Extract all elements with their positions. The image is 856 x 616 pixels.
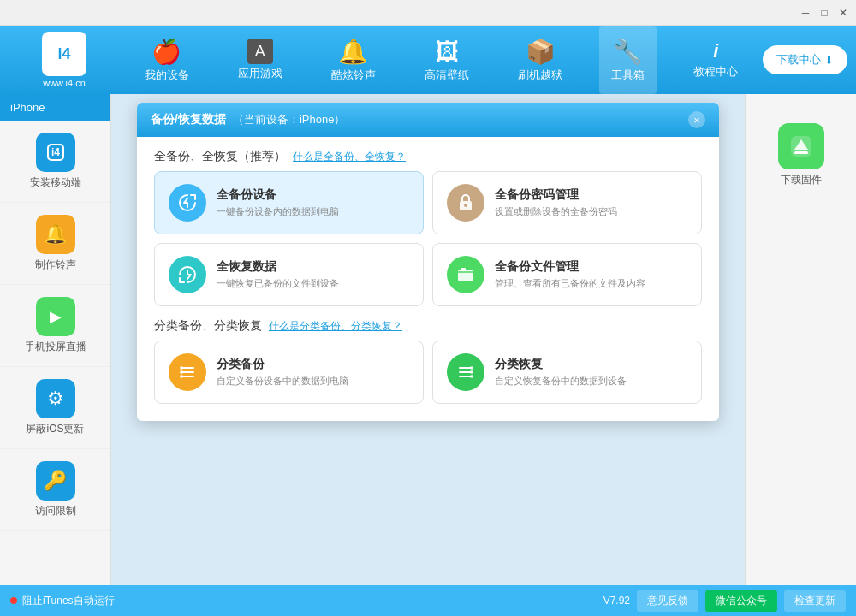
version-label: V7.92 [603,595,630,607]
app-game-icon: A [247,38,273,64]
toolbox-icon: 🔧 [613,38,643,66]
section1-title-text: 全备份、全恢复（推荐） [154,149,286,164]
nav-tutorial-label: 教程中心 [693,64,738,80]
content-area: 备份/恢复数据 （当前设备：iPhone） × 全备份、全恢复（推荐） 什么是全… [111,94,745,585]
backup-restore-dialog: 备份/恢复数据 （当前设备：iPhone） × 全备份、全恢复（推荐） 什么是全… [137,103,719,421]
nav-my-device[interactable]: 🍎 我的设备 [133,26,201,94]
download-center-button[interactable]: 下载中心 ⬇ [763,45,847,74]
category-backup-card[interactable]: 分类备份 自定义备份设备中的数据到电脑 [154,341,424,404]
full-backup-grid: 全备份设备 一键备份设备内的数据到电脑 全备份密码管理 [137,171,719,306]
nav-jailbreak[interactable]: 📦 刷机越狱 [506,26,574,94]
nav-wallpaper[interactable]: 🖼 高清壁纸 [413,26,481,94]
svg-point-11 [180,375,183,378]
block-ios-icon: ⚙ [36,379,75,418]
nav-toolbox-label: 工具箱 [611,68,645,83]
maximize-button[interactable]: □ [815,3,834,22]
nav-my-device-label: 我的设备 [145,68,189,83]
category-backup-text: 分类备份 自定义备份设备中的数据到电脑 [217,357,348,388]
category-restore-desc: 自定义恢复备份中的数据到设备 [495,375,627,388]
full-backup-file-text: 全备份文件管理 管理、查看所有已备份的文件及内容 [495,259,645,290]
dialog-header: 备份/恢复数据 （当前设备：iPhone） × [137,103,719,137]
svg-rect-5 [461,268,466,271]
download-firmware-icon [778,123,824,169]
screen-live-icon: ▶ [36,297,75,336]
device-tab[interactable]: iPhone [0,94,110,121]
right-item-download-firmware[interactable]: 下载固件 [771,111,831,199]
full-backup-icon [169,184,206,222]
full-backup-pwd-text: 全备份密码管理 设置或删除设备的全备份密码 [495,187,617,218]
full-backup-title: 全备份设备 [217,187,339,203]
feedback-button[interactable]: 意见反馈 [637,590,698,612]
my-device-icon: 🍎 [152,38,181,66]
sidebar: iPhone i4 安装移动端 🔔 制作铃声 ▶ 手机投屏直播 ⚙ 屏蔽iOS更… [0,94,111,585]
logo-icon: i4 [42,32,86,76]
download-arrow-icon: ⬇ [824,54,834,67]
main-nav: 🍎 我的设备 A 应用游戏 🔔 酷炫铃声 🖼 高清壁纸 📦 刷机越狱 🔧 工具箱… [120,26,763,94]
category-restore-icon [447,353,484,391]
check-update-button[interactable]: 检查更新 [784,590,846,612]
nav-app-game[interactable]: A 应用游戏 [226,26,294,94]
category-restore-card[interactable]: 分类恢复 自定义恢复备份中的数据到设备 [432,341,702,404]
category-restore-text: 分类恢复 自定义恢复备份中的数据到设备 [495,357,627,388]
sidebar-install-app-label: 安装移动端 [30,175,81,190]
svg-point-15 [470,366,473,370]
wechat-button[interactable]: 微信公众号 [705,590,777,612]
full-restore-icon [169,256,206,293]
minimize-button[interactable]: ─ [796,3,815,22]
svg-rect-4 [458,270,473,281]
sidebar-make-ringtone-label: 制作铃声 [35,258,76,272]
dialog-title: 备份/恢复数据 [151,112,226,127]
dialog-close-button[interactable]: × [688,111,705,128]
right-sidebar: 下载固件 [745,94,856,585]
nav-tutorial[interactable]: i 教程中心 [681,26,750,94]
svg-point-3 [464,204,467,207]
nav-wallpaper-label: 高清壁纸 [425,68,469,83]
sidebar-item-install-app[interactable]: i4 安装移动端 [0,121,110,203]
sidebar-access-limit-label: 访问限制 [35,504,76,518]
section2-link[interactable]: 什么是分类备份、分类恢复？ [269,319,402,334]
sidebar-item-block-ios[interactable]: ⚙ 屏蔽iOS更新 [0,367,110,449]
status-left: 阻止iTunes自动运行 [10,594,603,608]
status-indicator [10,597,17,604]
svg-point-16 [470,370,473,374]
full-backup-pwd-card[interactable]: 全备份密码管理 设置或删除设备的全备份密码 [432,171,702,234]
full-backup-file-card[interactable]: 全备份文件管理 管理、查看所有已备份的文件及内容 [432,243,702,306]
full-backup-card[interactable]: 全备份设备 一键备份设备内的数据到电脑 [154,171,424,234]
svg-text:i4: i4 [51,146,59,158]
full-backup-pwd-title: 全备份密码管理 [495,187,617,203]
window-close-button[interactable]: ✕ [834,3,853,22]
sidebar-screen-live-label: 手机投屏直播 [25,340,86,354]
nav-ringtone[interactable]: 🔔 酷炫铃声 [319,26,388,94]
full-backup-pwd-desc: 设置或删除设备的全备份密码 [495,205,617,218]
sidebar-item-screen-live[interactable]: ▶ 手机投屏直播 [0,285,110,367]
category-backup-desc: 自定义备份设备中的数据到电脑 [217,375,348,388]
nav-toolbox[interactable]: 🔧 工具箱 [599,26,657,94]
download-firmware-label: 下载固件 [781,173,822,187]
svg-rect-20 [794,151,808,154]
section1-link[interactable]: 什么是全备份、全恢复？ [293,150,406,164]
sidebar-block-ios-label: 屏蔽iOS更新 [26,422,84,436]
ringtone-icon: 🔔 [338,38,368,66]
full-backup-file-title: 全备份文件管理 [495,259,645,275]
full-restore-text: 全恢复数据 一键恢复已备份的文件到设备 [217,259,339,290]
jailbreak-icon: 📦 [526,38,556,66]
section1-title: 全备份、全恢复（推荐） 什么是全备份、全恢复？ [137,137,719,171]
nav-ringtone-label: 酷炫铃声 [331,68,376,83]
sidebar-item-access-limit[interactable]: 🔑 访问限制 [0,449,110,531]
wallpaper-icon: 🖼 [435,38,459,66]
section2-title: 分类备份、分类恢复 什么是分类备份、分类恢复？ [137,306,719,341]
full-restore-desc: 一键恢复已备份的文件到设备 [217,277,339,290]
dialog-subtitle: （当前设备：iPhone） [233,112,345,127]
status-right: V7.92 意见反馈 微信公众号 检查更新 [603,590,846,612]
full-backup-text: 全备份设备 一键备份设备内的数据到电脑 [217,187,339,218]
section2-title-text: 分类备份、分类恢复 [154,318,262,334]
full-backup-pwd-icon [447,184,484,222]
full-backup-file-desc: 管理、查看所有已备份的文件及内容 [495,277,645,290]
sidebar-item-make-ringtone[interactable]: 🔔 制作铃声 [0,203,110,285]
install-app-icon: i4 [36,133,75,172]
nav-jailbreak-label: 刷机越狱 [518,68,562,83]
category-backup-title: 分类备份 [217,357,348,372]
tutorial-icon: i [713,40,718,62]
svg-point-10 [180,370,183,374]
full-restore-card[interactable]: 全恢复数据 一键恢复已备份的文件到设备 [154,243,424,306]
